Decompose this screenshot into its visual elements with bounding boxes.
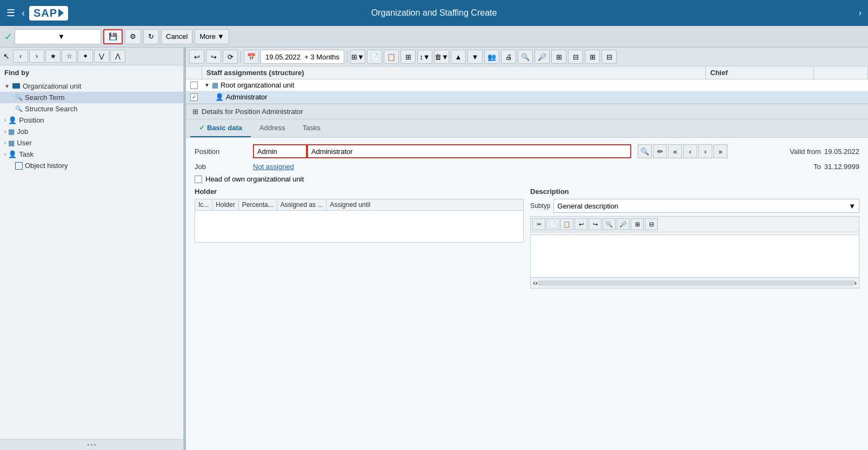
expand-all-button[interactable]: ⊞ xyxy=(551,50,566,64)
cursor-icon: ↖ xyxy=(3,52,10,61)
sidebar-item-search-term[interactable]: 🔍 Search Term xyxy=(0,92,183,103)
tab-basic-data-label: Basic data xyxy=(207,124,242,132)
pos-edit-button[interactable]: ✏ xyxy=(653,144,667,158)
position-long-input[interactable] xyxy=(307,144,631,158)
desc-scrollbar[interactable] xyxy=(538,280,854,286)
nav-back-button[interactable]: ‹ xyxy=(13,50,28,63)
clip-button[interactable]: 📄 xyxy=(367,50,382,64)
tab-tasks[interactable]: Tasks xyxy=(294,119,329,137)
left-nav-toolbar: ↖ ‹ › ★ ☆ ✦ ⋁ ⋀ xyxy=(0,48,183,65)
nav-collapse-button[interactable]: ⋀ xyxy=(110,50,125,63)
nav-star2-button[interactable]: ✦ xyxy=(78,50,93,63)
date-range: + 3 Months xyxy=(304,53,339,61)
tab-address[interactable]: Address xyxy=(251,119,294,137)
sidebar-item-structure-search[interactable]: 🔍 Structure Search xyxy=(0,103,183,115)
sidebar-item-user[interactable]: › ▦ User xyxy=(0,137,183,149)
grid-button[interactable]: ⊞ xyxy=(585,50,600,64)
pos-lookup-button[interactable]: 🔍 xyxy=(638,144,652,158)
hamburger-icon[interactable]: ☰ xyxy=(6,7,15,19)
desc-view-button[interactable]: ⊞ xyxy=(631,218,644,230)
cancel-label: Cancel xyxy=(166,32,188,41)
collapse-all-button[interactable]: ⊟ xyxy=(568,50,583,64)
table-row[interactable]: 👤 Administrator xyxy=(186,91,868,103)
zoom-in-button[interactable]: 🔍 xyxy=(518,50,533,64)
row2-check[interactable] xyxy=(186,93,202,101)
nav-expand-button[interactable]: ⋁ xyxy=(94,50,109,63)
sidebar-item-task[interactable]: › 👤 Task xyxy=(0,149,183,160)
settings-button[interactable]: ⚙ xyxy=(125,29,141,44)
position-short-input[interactable] xyxy=(253,144,307,158)
down-button[interactable]: ▼ xyxy=(468,50,483,64)
row1-cell: ▼ ▦ Root organizational unit xyxy=(202,81,706,89)
calendar-button[interactable]: 📅 xyxy=(244,50,259,64)
save-icon: 💾 xyxy=(109,32,117,41)
print-button[interactable]: 🖨 xyxy=(501,50,516,64)
zoom-out-button[interactable]: 🔎 xyxy=(535,50,550,64)
header-extra xyxy=(814,66,868,79)
desc-scroll-right[interactable]: › xyxy=(854,279,857,287)
structure-button[interactable]: ⊞ xyxy=(400,50,416,64)
header-forward-icon[interactable]: › xyxy=(859,8,862,18)
desc-undo-button[interactable]: ↩ xyxy=(575,218,587,230)
save-button[interactable]: 💾 xyxy=(103,29,123,44)
desc-edit2-button[interactable]: ⊟ xyxy=(645,218,658,230)
pos-last-button[interactable]: » xyxy=(713,144,727,158)
extra-button[interactable]: ⊟ xyxy=(602,50,617,64)
redo-button[interactable]: ↪ xyxy=(206,50,221,64)
nav-bookmark-button[interactable]: ★ xyxy=(45,50,61,63)
job-value-link[interactable]: Not assigned xyxy=(253,163,294,171)
sidebar-item-org-unit[interactable]: ▼ Organizational unit xyxy=(0,80,183,92)
more-label: More xyxy=(199,32,216,41)
desc-redo-button[interactable]: ↪ xyxy=(589,218,602,230)
desc-paste-button[interactable]: 📋 xyxy=(560,218,573,230)
pos-prev-button[interactable]: ‹ xyxy=(683,144,697,158)
tab-basic-data[interactable]: ✓ Basic data xyxy=(190,119,251,137)
move-dropdown-button[interactable]: ↕ ▼ xyxy=(417,50,432,64)
checkbox-2[interactable] xyxy=(190,93,198,101)
ht-col-icon: Ic... xyxy=(195,199,212,210)
row1-check[interactable] xyxy=(186,82,202,89)
up-button[interactable]: ▲ xyxy=(451,50,466,64)
org-unit-label: Organizational unit xyxy=(23,82,81,90)
more-button[interactable]: More ▼ xyxy=(195,29,229,44)
nav-forward-button[interactable]: › xyxy=(29,50,44,63)
copy-dropdown-button[interactable]: ⊞ ▼ xyxy=(350,50,365,64)
pos-next-button[interactable]: › xyxy=(698,144,712,158)
structure-table: Staff assignments (structure) Chief ▼ ▦ … xyxy=(186,66,868,104)
sidebar-item-object-history[interactable]: Object history xyxy=(0,160,183,171)
desc-cut-button[interactable]: ✂ xyxy=(532,218,545,230)
table-row[interactable]: ▼ ▦ Root organizational unit xyxy=(186,79,868,91)
desc-zoom-out-button[interactable]: 🔎 xyxy=(617,218,630,230)
details-header: ⊞ Details for Position Administrator xyxy=(186,104,868,119)
desc-text-area[interactable] xyxy=(530,234,859,278)
left-bottom-bar: • • • xyxy=(0,439,183,450)
sync-button[interactable]: ⟳ xyxy=(223,50,238,64)
sidebar-item-position[interactable]: › 👤 Position xyxy=(0,115,183,126)
refresh-button[interactable]: ↻ xyxy=(143,29,159,44)
head-checkbox[interactable] xyxy=(195,176,202,183)
page-title: Organization and Staffing Create xyxy=(371,8,497,18)
toolbar-dropdown[interactable]: ▼ xyxy=(15,29,101,44)
persons-button[interactable]: 👥 xyxy=(484,50,499,64)
desc-copy-button[interactable]: 📄 xyxy=(546,218,559,230)
pos-first-button[interactable]: « xyxy=(668,144,682,158)
delete-dropdown-button[interactable]: 🗑 ▼ xyxy=(434,50,449,64)
left-panel: ↖ ‹ › ★ ☆ ✦ ⋁ ⋀ Find by ▼ Organizational… xyxy=(0,48,184,450)
zoom-out-icon: 🔎 xyxy=(538,53,546,61)
check-button[interactable]: ✓ xyxy=(4,31,12,43)
paste-button[interactable]: 📋 xyxy=(384,50,399,64)
checkbox-1[interactable] xyxy=(190,82,198,89)
undo-button[interactable]: ↩ xyxy=(189,50,204,64)
back-button[interactable]: ‹ xyxy=(22,8,25,19)
undo-icon: ↩ xyxy=(194,53,200,61)
person-row-icon: 👤 xyxy=(215,93,224,101)
cancel-button[interactable]: Cancel xyxy=(161,29,192,44)
nav-star-button[interactable]: ☆ xyxy=(62,50,77,63)
ht-col-assigned-as: Assigned as ... xyxy=(277,199,327,210)
structure-search-label: Structure Search xyxy=(25,105,78,113)
subtype-select[interactable]: General description ▼ xyxy=(553,199,859,213)
sidebar-item-job[interactable]: › ▦ Job xyxy=(0,126,183,137)
refresh-icon: ↻ xyxy=(148,32,154,41)
expand-row1[interactable]: ▼ xyxy=(204,82,210,88)
desc-zoom-in-button[interactable]: 🔍 xyxy=(603,218,616,230)
